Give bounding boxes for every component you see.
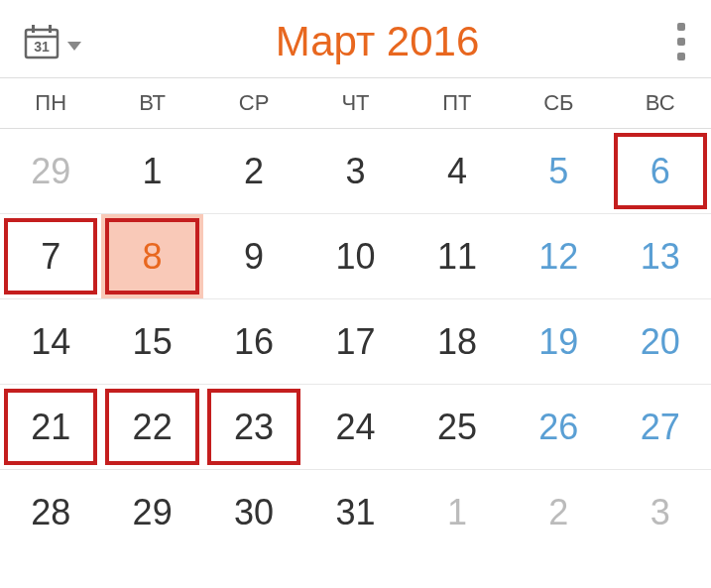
weekday-header: ПН [0, 78, 101, 128]
weekday-header: ВТ [101, 78, 202, 128]
calendar-selector[interactable]: 31 [22, 22, 81, 61]
day-cell[interactable]: 14 [0, 299, 101, 384]
svg-rect-3 [49, 25, 52, 33]
day-cell[interactable]: 21 [0, 385, 101, 469]
day-cell[interactable]: 12 [508, 214, 609, 298]
month-year-title: Март 2016 [81, 18, 673, 65]
day-cell[interactable]: 28 [0, 470, 101, 554]
day-cell[interactable]: 19 [508, 299, 609, 384]
day-cell[interactable]: 29 [101, 470, 202, 554]
day-cell[interactable]: 15 [101, 299, 202, 384]
day-cell[interactable]: 13 [610, 214, 711, 298]
weekday-header: СБ [508, 78, 609, 128]
weekday-header: СР [203, 78, 304, 128]
calendar-header: 31 Март 2016 [0, 0, 711, 77]
day-cell[interactable]: 31 [304, 470, 406, 554]
day-cell[interactable]: 7 [0, 214, 101, 298]
day-cell[interactable]: 11 [407, 214, 508, 298]
day-cell[interactable]: 5 [508, 129, 609, 213]
menu-dots-icon[interactable] [673, 19, 689, 64]
day-cell[interactable]: 3 [304, 129, 406, 213]
day-cell[interactable]: 16 [203, 299, 304, 384]
day-cell[interactable]: 26 [508, 385, 609, 469]
days-grid: 2912345678910111213141516171819202122232… [0, 129, 711, 554]
day-cell[interactable]: 20 [610, 299, 711, 384]
day-cell[interactable]: 4 [407, 129, 508, 213]
weekday-header: ПТ [407, 78, 508, 128]
day-cell[interactable]: 30 [203, 470, 304, 554]
svg-text:31: 31 [34, 39, 50, 55]
day-cell[interactable]: 1 [407, 470, 508, 554]
day-cell[interactable]: 1 [101, 129, 202, 213]
day-cell[interactable]: 18 [407, 299, 508, 384]
calendar-grid: ПН ВТ СР ЧТ ПТ СБ ВС 2912345678910111213… [0, 77, 711, 554]
day-cell[interactable]: 17 [304, 299, 406, 384]
day-cell[interactable]: 24 [304, 385, 406, 469]
day-cell[interactable]: 23 [203, 385, 304, 469]
day-cell[interactable]: 29 [0, 129, 101, 213]
day-cell[interactable]: 6 [610, 129, 711, 213]
day-cell[interactable]: 9 [203, 214, 304, 298]
weekday-header: ВС [610, 78, 711, 128]
weekday-header-row: ПН ВТ СР ЧТ ПТ СБ ВС [0, 77, 711, 129]
day-cell[interactable]: 22 [101, 385, 202, 469]
day-cell[interactable]: 2 [203, 129, 304, 213]
day-cell[interactable]: 25 [407, 385, 508, 469]
dropdown-arrow-icon [67, 42, 81, 51]
weekday-header: ЧТ [304, 78, 406, 128]
calendar-icon: 31 [22, 22, 61, 61]
day-cell[interactable]: 3 [610, 470, 711, 554]
day-cell[interactable]: 27 [610, 385, 711, 469]
day-cell[interactable]: 8 [101, 214, 202, 298]
svg-rect-2 [32, 25, 35, 33]
day-cell[interactable]: 2 [508, 470, 609, 554]
day-cell[interactable]: 10 [304, 214, 406, 298]
